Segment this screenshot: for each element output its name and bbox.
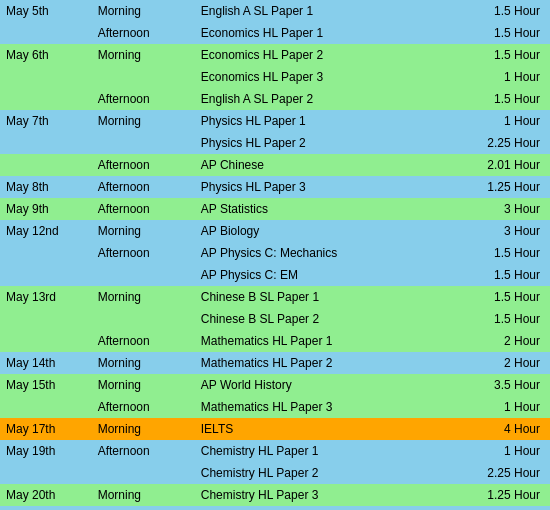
row-time: Afternoon — [92, 330, 195, 352]
row-subject: Physics HL Paper 1 — [195, 110, 447, 132]
row-date — [0, 22, 92, 44]
row-duration: 2.25 Hour — [447, 462, 550, 484]
table-row: AfternoonMathematics HL Paper 31 Hour — [0, 396, 550, 418]
row-subject: AP World History — [195, 374, 447, 396]
row-duration: 2 Hour — [447, 330, 550, 352]
row-subject: Physics HL Paper 2 — [195, 132, 447, 154]
row-date: May 20th — [0, 484, 92, 506]
table-row: Physics HL Paper 22.25 Hour — [0, 132, 550, 154]
row-duration: 3.5 Hour — [447, 374, 550, 396]
row-duration: 1.25 Hour — [447, 484, 550, 506]
row-duration: 1 Hour — [447, 66, 550, 88]
table-row: May 7thMorningPhysics HL Paper 11 Hour — [0, 110, 550, 132]
table-row: May 6thMorningEconomics HL Paper 21.5 Ho… — [0, 44, 550, 66]
table-row: AfternoonAP Physics C: Mechanics1.5 Hour — [0, 242, 550, 264]
row-date: May 15th — [0, 374, 92, 396]
row-date: May 17th — [0, 418, 92, 440]
row-subject: Physics HL Paper 3 — [195, 176, 447, 198]
row-subject: AP Physics C: EM — [195, 264, 447, 286]
row-date — [0, 66, 92, 88]
table-row: May 14thMorningMathematics HL Paper 22 H… — [0, 352, 550, 374]
row-time: Morning — [92, 374, 195, 396]
table-row: May 17thMorningIELTS4 Hour — [0, 418, 550, 440]
row-date — [0, 462, 92, 484]
row-date — [0, 396, 92, 418]
row-duration: 1.5 Hour — [447, 0, 550, 22]
row-duration: 1.5 Hour — [447, 88, 550, 110]
table-row: AfternoonAP Chinese2.01 Hour — [0, 154, 550, 176]
table-row: May 9thAfternoonAP Statistics3 Hour — [0, 198, 550, 220]
row-time — [92, 132, 195, 154]
row-date: May 6th — [0, 44, 92, 66]
row-date — [0, 154, 92, 176]
row-time: Morning — [92, 484, 195, 506]
row-time: Afternoon — [92, 440, 195, 462]
row-time: Afternoon — [92, 396, 195, 418]
row-subject: Chemistry HL Paper 3 — [195, 484, 447, 506]
row-duration: 3 Hour — [447, 506, 550, 510]
row-date: May 5th — [0, 0, 92, 22]
table-row: May 12ndMorningAP Biology3 Hour — [0, 220, 550, 242]
table-row: AfternoonMathematics HL Paper 12 Hour — [0, 330, 550, 352]
row-time: Morning — [92, 352, 195, 374]
table-row: AP Physics C: EM1.5 Hour — [0, 264, 550, 286]
row-duration: 1.5 Hour — [447, 264, 550, 286]
schedule-table: May 5thMorningEnglish A SL Paper 11.5 Ho… — [0, 0, 550, 510]
row-date — [0, 88, 92, 110]
row-subject: AP Physics C: Mechanics — [195, 242, 447, 264]
row-subject: Chinese B SL Paper 1 — [195, 286, 447, 308]
row-duration: 1.5 Hour — [447, 44, 550, 66]
row-time: Afternoon — [92, 176, 195, 198]
table-row: May 13rdMorningChinese B SL Paper 11.5 H… — [0, 286, 550, 308]
row-duration: 2 Hour — [447, 352, 550, 374]
row-date: May 12nd — [0, 220, 92, 242]
row-duration: 1.5 Hour — [447, 22, 550, 44]
row-subject: Chinese B SL Paper 2 — [195, 308, 447, 330]
row-time: Afternoon — [92, 198, 195, 220]
table-row: May 19thAfternoonChemistry HL Paper 11 H… — [0, 440, 550, 462]
table-row: May 8thAfternoonPhysics HL Paper 31.25 H… — [0, 176, 550, 198]
row-time: Morning — [92, 44, 195, 66]
row-date — [0, 132, 92, 154]
row-duration: 1.5 Hour — [447, 286, 550, 308]
row-time — [92, 264, 195, 286]
row-time: Afternoon — [92, 22, 195, 44]
row-time: Afternoon — [92, 88, 195, 110]
row-time: Morning — [92, 0, 195, 22]
row-subject: Mathematics HL Paper 2 — [195, 352, 447, 374]
row-date — [0, 242, 92, 264]
row-subject: English A SL Paper 1 — [195, 0, 447, 22]
table-row: AfternoonEnglish A SL Paper 21.5 Hour — [0, 88, 550, 110]
row-date: May 9th — [0, 198, 92, 220]
table-row: Economics HL Paper 31 Hour — [0, 66, 550, 88]
row-duration: 1 Hour — [447, 440, 550, 462]
row-duration: 3 Hour — [447, 220, 550, 242]
row-duration: 3 Hour — [447, 198, 550, 220]
row-time: Morning — [92, 286, 195, 308]
table-row: May 15thMorningAP World History3.5 Hour — [0, 374, 550, 396]
row-date — [0, 308, 92, 330]
table-row: Chinese B SL Paper 21.5 Hour — [0, 308, 550, 330]
table-row: May 21stMorningAP Music Theory3 Hour — [0, 506, 550, 510]
row-date — [0, 330, 92, 352]
row-subject: AP Chinese — [195, 154, 447, 176]
row-date: May 7th — [0, 110, 92, 132]
row-time — [92, 308, 195, 330]
row-time: Morning — [92, 220, 195, 242]
row-time: Afternoon — [92, 154, 195, 176]
row-time: Morning — [92, 110, 195, 132]
row-duration: 1 Hour — [447, 110, 550, 132]
row-subject: English A SL Paper 2 — [195, 88, 447, 110]
row-duration: 2.01 Hour — [447, 154, 550, 176]
row-duration: 4 Hour — [447, 418, 550, 440]
row-date: May 14th — [0, 352, 92, 374]
row-date — [0, 264, 92, 286]
row-date: May 19th — [0, 440, 92, 462]
row-subject: Economics HL Paper 3 — [195, 66, 447, 88]
row-date: May 21st — [0, 506, 92, 510]
table-row: May 20thMorningChemistry HL Paper 31.25 … — [0, 484, 550, 506]
row-time: Morning — [92, 506, 195, 510]
table-row: Chemistry HL Paper 22.25 Hour — [0, 462, 550, 484]
row-subject: AP Music Theory — [195, 506, 447, 510]
row-subject: Mathematics HL Paper 3 — [195, 396, 447, 418]
